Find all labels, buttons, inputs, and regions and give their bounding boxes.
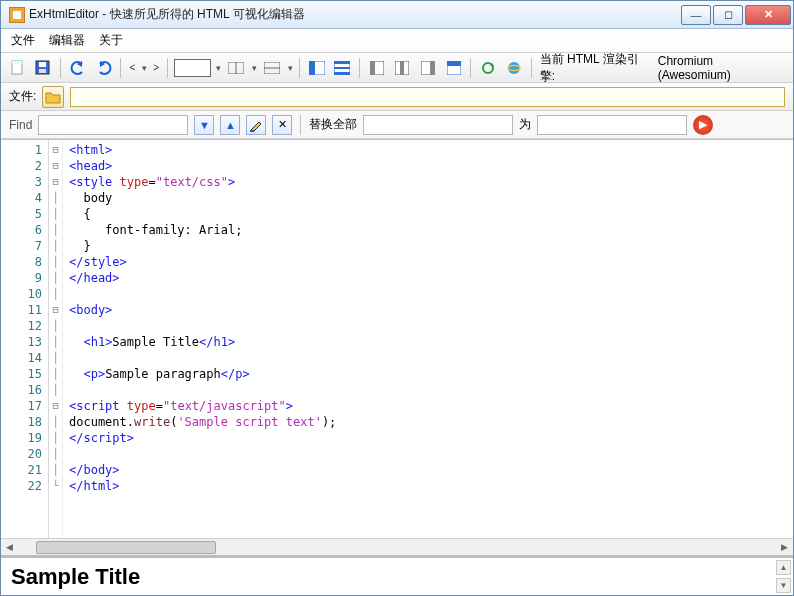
nav-forward-button[interactable]: > bbox=[151, 62, 161, 73]
horizontal-scrollbar[interactable]: ◀ ▶ bbox=[1, 538, 793, 555]
titlebar: ExHtmlEditor - 快速所见所得的 HTML 可视化编辑器 — ◻ ✕ bbox=[1, 1, 793, 29]
nav-back-button[interactable]: < bbox=[127, 62, 137, 73]
redo-button[interactable] bbox=[93, 57, 115, 79]
line-number-gutter: 12345678910111213141516171819202122 bbox=[1, 140, 49, 538]
scroll-down-icon[interactable]: ▼ bbox=[776, 578, 791, 593]
browser-ie-button[interactable] bbox=[503, 57, 525, 79]
undo-button[interactable] bbox=[67, 57, 89, 79]
preview-pane: Sample Title ▲ ▼ bbox=[1, 555, 793, 595]
code-editor[interactable]: 12345678910111213141516171819202122 ⊟⊟⊟│… bbox=[1, 139, 793, 538]
preview-heading: Sample Title bbox=[11, 564, 140, 590]
replace-to-label: 为 bbox=[519, 116, 531, 133]
nav-back-dropdown[interactable]: ▾ bbox=[142, 63, 147, 73]
layout-2-button[interactable] bbox=[261, 57, 283, 79]
pane-b-button[interactable] bbox=[392, 57, 414, 79]
maximize-button[interactable]: ◻ bbox=[713, 5, 743, 25]
replace-from-input[interactable] bbox=[363, 115, 513, 135]
separator bbox=[470, 58, 471, 78]
svg-rect-4 bbox=[39, 69, 46, 73]
pane-rows-button[interactable] bbox=[331, 57, 353, 79]
svg-rect-20 bbox=[430, 61, 435, 75]
separator bbox=[299, 58, 300, 78]
clear-find-button[interactable]: ✕ bbox=[272, 115, 292, 135]
main-toolbar: < ▾ > ▾ ▾ ▾ 当前 HTML 渲染引擎: Chromium (Awes… bbox=[1, 53, 793, 83]
separator bbox=[531, 58, 532, 78]
replace-all-label: 替换全部 bbox=[309, 116, 357, 133]
svg-rect-18 bbox=[400, 61, 404, 75]
svg-rect-16 bbox=[370, 61, 375, 75]
close-button[interactable]: ✕ bbox=[745, 5, 791, 25]
scroll-right-icon[interactable]: ▶ bbox=[776, 539, 793, 556]
find-prev-button[interactable]: ▲ bbox=[220, 115, 240, 135]
scroll-up-icon[interactable]: ▲ bbox=[776, 560, 791, 575]
save-button[interactable] bbox=[33, 57, 55, 79]
replace-go-button[interactable]: ▶ bbox=[693, 115, 713, 135]
layout-1-button[interactable] bbox=[225, 57, 247, 79]
app-window: ExHtmlEditor - 快速所见所得的 HTML 可视化编辑器 — ◻ ✕… bbox=[0, 0, 794, 596]
pane-left-button[interactable] bbox=[306, 57, 328, 79]
refresh-button[interactable] bbox=[477, 57, 499, 79]
layout-2-dropdown[interactable]: ▾ bbox=[288, 63, 293, 73]
find-next-button[interactable]: ▼ bbox=[194, 115, 214, 135]
layout-1-dropdown[interactable]: ▾ bbox=[252, 63, 257, 73]
separator bbox=[120, 58, 121, 78]
find-label: Find bbox=[9, 118, 32, 132]
open-file-button[interactable] bbox=[42, 86, 64, 108]
svg-rect-12 bbox=[334, 61, 350, 64]
engine-label: 当前 HTML 渲染引擎: bbox=[540, 51, 652, 85]
svg-rect-10 bbox=[309, 61, 315, 75]
code-area[interactable]: <html> <head> <style type="text/css"> bo… bbox=[63, 140, 793, 538]
menu-about[interactable]: 关于 bbox=[99, 32, 123, 49]
separator bbox=[167, 58, 168, 78]
color-dropdown[interactable]: ▾ bbox=[216, 63, 221, 73]
menu-editor[interactable]: 编辑器 bbox=[49, 32, 85, 49]
minimize-button[interactable]: — bbox=[681, 5, 711, 25]
separator bbox=[300, 115, 301, 135]
pane-d-button[interactable] bbox=[443, 57, 465, 79]
pane-c-button[interactable] bbox=[417, 57, 439, 79]
app-icon bbox=[9, 7, 25, 23]
menu-file[interactable]: 文件 bbox=[11, 32, 35, 49]
svg-point-24 bbox=[508, 62, 520, 74]
scroll-left-icon[interactable]: ◀ bbox=[1, 539, 18, 556]
new-file-button[interactable] bbox=[7, 57, 29, 79]
svg-rect-1 bbox=[12, 61, 22, 64]
find-input[interactable] bbox=[38, 115, 188, 135]
file-path-input[interactable] bbox=[70, 87, 785, 107]
svg-rect-22 bbox=[447, 61, 461, 66]
menubar: 文件 编辑器 关于 bbox=[1, 29, 793, 53]
window-title: ExHtmlEditor - 快速所见所得的 HTML 可视化编辑器 bbox=[29, 6, 681, 23]
highlight-button[interactable] bbox=[246, 115, 266, 135]
separator bbox=[60, 58, 61, 78]
file-toolbar: 文件: bbox=[1, 83, 793, 111]
find-replace-bar: Find ▼ ▲ ✕ 替换全部 为 ▶ bbox=[1, 111, 793, 139]
preview-vertical-scrollbar[interactable]: ▲ ▼ bbox=[776, 560, 791, 593]
pane-a-button[interactable] bbox=[366, 57, 388, 79]
file-label: 文件: bbox=[9, 88, 36, 105]
replace-to-input[interactable] bbox=[537, 115, 687, 135]
engine-value: Chromium (Awesomium) bbox=[658, 54, 787, 82]
fold-column[interactable]: ⊟⊟⊟│││││││⊟│││││⊟││││└ bbox=[49, 140, 63, 538]
scroll-thumb[interactable] bbox=[36, 541, 216, 554]
svg-rect-14 bbox=[334, 72, 350, 75]
svg-rect-13 bbox=[334, 67, 350, 69]
separator bbox=[359, 58, 360, 78]
color-picker[interactable] bbox=[174, 59, 211, 77]
svg-rect-3 bbox=[39, 62, 46, 67]
